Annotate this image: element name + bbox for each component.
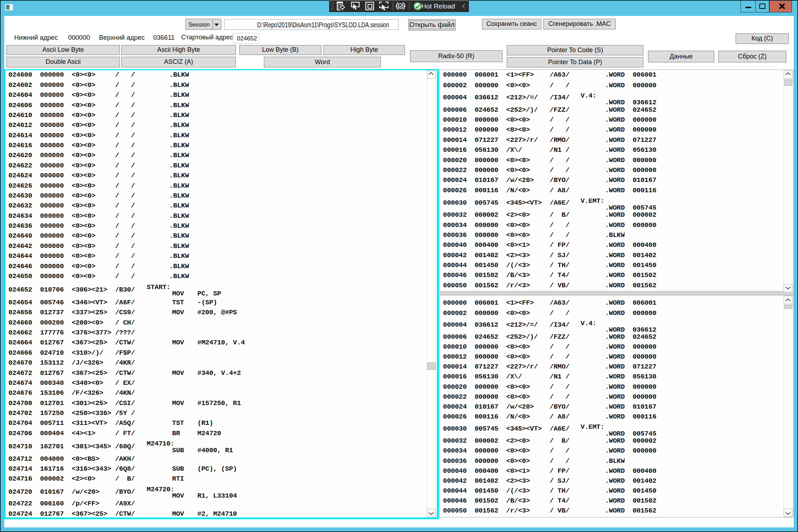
svg-text:Hot Reload: Hot Reload: [421, 2, 455, 10]
